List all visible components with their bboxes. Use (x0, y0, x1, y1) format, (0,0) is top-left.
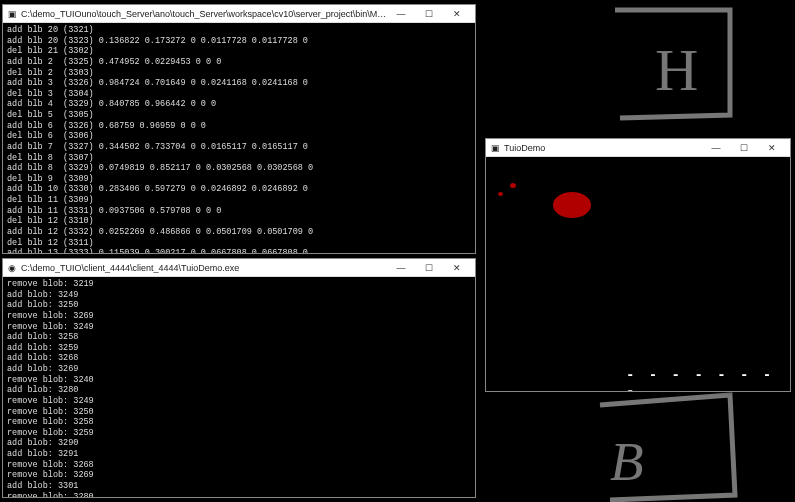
minimize-button[interactable]: — (702, 140, 730, 156)
close-button[interactable]: ✕ (443, 6, 471, 22)
minimize-button[interactable]: — (387, 6, 415, 22)
tuio-window-controls: — ☐ ✕ (702, 140, 786, 156)
maximize-button[interactable]: ☐ (415, 260, 443, 276)
client-window-controls: — ☐ ✕ (387, 260, 471, 276)
server-title-text: C:\demo_TUIOuno\touch_Server\ano\touch_S… (21, 9, 387, 19)
maximize-button[interactable]: ☐ (415, 6, 443, 22)
tuio-title-text: TuioDemo (504, 143, 702, 153)
tuio-demo-window: ▣ TuioDemo — ☐ ✕ - - - - - - - - (485, 138, 791, 392)
client-console-output: remove blob: 3219 add blob: 3249 add blo… (3, 277, 475, 497)
tuio-canvas[interactable]: - - - - - - - - (486, 157, 790, 391)
close-button[interactable]: ✕ (758, 140, 786, 156)
client-console-window: ◉ C:\demo_TUIO\client_4444\client_4444\T… (2, 258, 476, 498)
server-window-controls: — ☐ ✕ (387, 6, 471, 22)
sketch-letter-h: H (655, 37, 698, 103)
server-titlebar[interactable]: ▣ C:\demo_TUIOuno\touch_Server\ano\touch… (3, 5, 475, 23)
close-button[interactable]: ✕ (443, 260, 471, 276)
app-icon: ◉ (7, 263, 17, 273)
client-title-text: C:\demo_TUIO\client_4444\client_4444\Tui… (21, 263, 387, 273)
app-icon: ▣ (490, 143, 500, 153)
tuio-titlebar[interactable]: ▣ TuioDemo — ☐ ✕ (486, 139, 790, 157)
dashes-overlay: - - - - - - - - (626, 367, 790, 391)
maximize-button[interactable]: ☐ (730, 140, 758, 156)
server-console-window: ▣ C:\demo_TUIOuno\touch_Server\ano\touch… (2, 4, 476, 254)
touch-blob (510, 183, 516, 188)
sketch-letter-b: B (610, 431, 644, 492)
touch-blob (498, 192, 503, 196)
touch-blob (553, 192, 591, 218)
server-console-output: add blb 20 (3321) add blb 20 (3323) 0.13… (3, 23, 475, 253)
client-titlebar[interactable]: ◉ C:\demo_TUIO\client_4444\client_4444\T… (3, 259, 475, 277)
minimize-button[interactable]: — (387, 260, 415, 276)
app-icon: ▣ (7, 9, 17, 19)
